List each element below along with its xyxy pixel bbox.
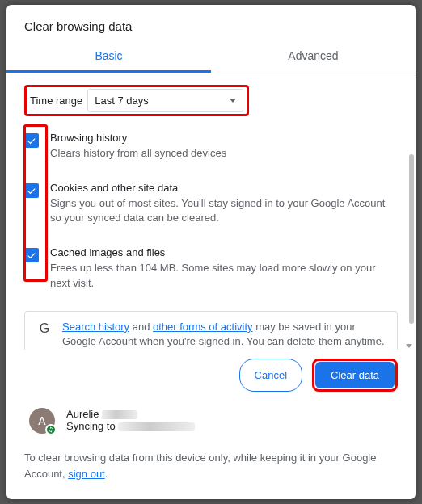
checkbox-browsing-history[interactable] [24,133,39,148]
dialog-title: Clear browsing data [6,5,416,40]
check-icon [27,250,36,260]
option-desc: Clears history from all synced devices [50,146,226,162]
account-text: Aurelie Syncing to [66,408,195,432]
account-sync-line: Syncing to [66,420,195,432]
option-title: Cookies and other site data [50,181,398,196]
check-icon [27,136,36,145]
option-cache: Cached images and files Frees up less th… [24,246,398,292]
info-mid: and [129,321,153,333]
clear-data-button[interactable]: Clear data [315,362,395,388]
search-history-link[interactable]: Search history [62,321,129,333]
checkbox-cache[interactable] [24,248,39,262]
time-range-row: Time range Last 7 days [24,85,249,116]
option-browsing-history: Browsing history Clears history from all… [24,131,398,162]
account-name: Aurelie [66,408,99,420]
time-range-value: Last 7 days [95,94,149,107]
option-cookies: Cookies and other site data Signs you ou… [24,181,398,227]
option-title: Cached images and files [50,246,398,261]
avatar: A [29,408,55,434]
time-range-label: Time range [28,94,87,107]
option-labels: Cached images and files Frees up less th… [50,246,398,292]
option-labels: Browsing history Clears history from all… [50,131,226,162]
account-name-line: Aurelie [66,408,195,420]
dialog-buttons: Cancel Clear data [6,350,416,401]
sign-out-link[interactable]: sign out [68,468,105,480]
check-icon [27,186,36,195]
scrollbar-down-caret[interactable] [406,344,412,348]
annotation-highlight-clear-data: Clear data [312,359,398,392]
scrollbar-thumb[interactable] [409,154,414,324]
time-range-select[interactable]: Last 7 days [87,89,243,112]
tab-advanced[interactable]: Advanced [211,40,416,73]
info-text: Search history and other forms of activi… [62,320,386,349]
sync-badge-icon [45,424,57,435]
redacted-text [118,422,195,431]
clear-browsing-data-dialog: Clear browsing data Basic Advanced Time … [6,5,416,499]
tab-basic[interactable]: Basic [6,40,211,73]
avatar-initial: A [38,414,45,427]
option-title: Browsing history [50,131,226,146]
cancel-button[interactable]: Cancel [239,359,302,392]
footer-text-after: . [105,468,108,480]
option-labels: Cookies and other site data Signs you ou… [50,181,398,227]
option-desc: Frees up less than 104 MB. Some sites ma… [50,261,398,292]
chevron-down-icon [230,99,236,103]
option-desc: Signs you out of most sites. You'll stay… [50,196,398,227]
checkbox-cookies[interactable] [24,183,39,198]
sync-prefix: Syncing to [66,420,116,432]
dialog-body: Time range Last 7 days Browsing history … [6,74,416,350]
google-info-box: G Search history and other forms of acti… [24,311,398,350]
google-g-icon: G [36,320,53,349]
dialog-tabs: Basic Advanced [6,40,416,74]
account-row: A Aurelie Syncing to [6,401,416,440]
other-activity-link[interactable]: other forms of activity [153,321,253,333]
redacted-text [102,410,137,419]
footer-note: To clear browsing data from this device … [6,440,416,499]
